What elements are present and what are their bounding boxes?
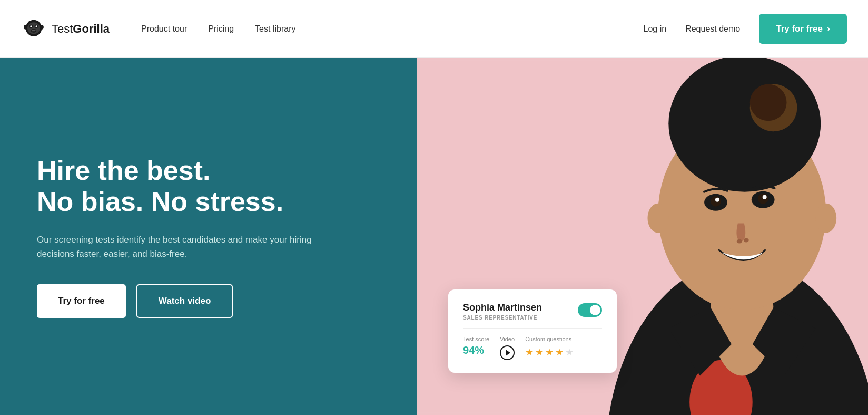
- play-icon: [506, 350, 510, 356]
- arrow-icon: ›: [827, 23, 830, 34]
- nav-links: Product tour Pricing Test library: [141, 24, 643, 34]
- star-3: ★: [545, 346, 554, 358]
- svg-point-27: [715, 198, 719, 202]
- hero-headline-line2: No bias. No stress.: [37, 186, 283, 217]
- candidate-role: SALES REPRESENTATIVE: [463, 315, 542, 321]
- try-free-hero-button[interactable]: Try for free: [37, 284, 126, 318]
- nav-right: Log in Request demo Try for free ›: [644, 14, 847, 44]
- svg-point-21: [647, 204, 668, 233]
- svg-rect-8: [32, 30, 36, 31]
- card-top: Sophia Martinsen SALES REPRESENTATIVE: [463, 302, 602, 329]
- logo[interactable]: TestGorilla: [21, 16, 110, 42]
- test-score-value: 94%: [463, 344, 489, 356]
- card-metrics: Test score 94% Video Custom questions ★: [463, 336, 602, 360]
- hero-section: Hire the best. No bias. No stress. Our s…: [0, 58, 868, 415]
- star-5: ★: [565, 346, 574, 358]
- nav-product-tour[interactable]: Product tour: [141, 24, 187, 34]
- hero-headline-line1: Hire the best.: [37, 155, 210, 186]
- svg-point-9: [24, 25, 27, 30]
- video-player: [500, 345, 515, 360]
- svg-point-28: [763, 195, 767, 199]
- svg-point-25: [711, 196, 721, 207]
- video-label: Video: [500, 336, 515, 342]
- svg-point-5: [30, 25, 32, 27]
- candidate-toggle[interactable]: [578, 303, 602, 317]
- star-2: ★: [535, 346, 544, 358]
- navbar: TestGorilla Product tour Pricing Test li…: [0, 0, 868, 58]
- try-free-nav-label: Try for free: [776, 24, 823, 34]
- svg-point-11: [32, 29, 33, 30]
- metric-video: Video: [500, 336, 515, 360]
- test-score-label: Test score: [463, 336, 489, 342]
- nav-test-library[interactable]: Test library: [255, 24, 295, 34]
- login-link[interactable]: Log in: [644, 24, 667, 34]
- metric-custom-questions: Custom questions ★ ★ ★ ★ ★: [525, 336, 574, 360]
- play-button[interactable]: [500, 345, 515, 360]
- svg-point-6: [35, 25, 37, 27]
- star-1: ★: [525, 346, 534, 358]
- hero-subtext: Our screening tests identify the best ca…: [37, 233, 321, 261]
- svg-point-22: [815, 204, 836, 233]
- card-info: Sophia Martinsen SALES REPRESENTATIVE: [463, 302, 542, 321]
- hero-headline: Hire the best. No bias. No stress.: [37, 155, 380, 218]
- svg-point-20: [750, 84, 787, 121]
- svg-point-29: [737, 239, 742, 243]
- svg-point-30: [744, 238, 749, 242]
- candidate-name: Sophia Martinsen: [463, 302, 542, 313]
- star-4: ★: [555, 346, 564, 358]
- star-rating: ★ ★ ★ ★ ★: [525, 346, 574, 358]
- brand-name: TestGorilla: [52, 22, 110, 36]
- hero-left: Hire the best. No bias. No stress. Our s…: [0, 58, 417, 415]
- svg-point-10: [40, 25, 44, 30]
- svg-point-12: [34, 29, 36, 30]
- custom-questions-label: Custom questions: [525, 336, 574, 342]
- svg-point-18: [668, 58, 821, 192]
- hero-buttons: Try for free Watch video: [37, 284, 380, 318]
- candidate-card: Sophia Martinsen SALES REPRESENTATIVE Te…: [448, 289, 617, 373]
- try-free-nav-button[interactable]: Try for free ›: [759, 14, 847, 44]
- hero-right: Sophia Martinsen SALES REPRESENTATIVE Te…: [417, 58, 868, 415]
- metric-test-score: Test score 94%: [463, 336, 489, 360]
- svg-point-26: [758, 194, 768, 204]
- nav-pricing[interactable]: Pricing: [208, 24, 234, 34]
- logo-icon: [21, 16, 46, 42]
- watch-video-button[interactable]: Watch video: [136, 284, 233, 318]
- request-demo-link[interactable]: Request demo: [685, 24, 740, 34]
